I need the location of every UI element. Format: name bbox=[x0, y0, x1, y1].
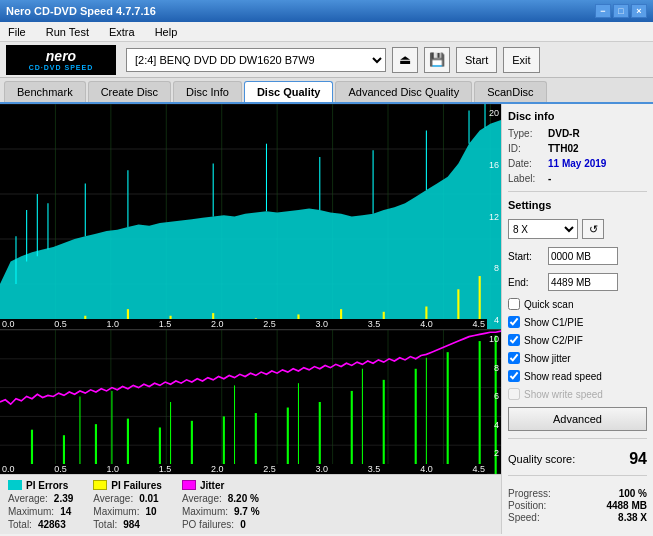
show-jitter-row: Show jitter bbox=[508, 352, 647, 364]
tab-bar: Benchmark Create Disc Disc Info Disc Qua… bbox=[0, 78, 653, 104]
minimize-button[interactable]: − bbox=[595, 4, 611, 18]
jitter-color bbox=[182, 480, 196, 490]
disc-id-row: ID: TTH02 bbox=[508, 143, 647, 154]
x-label-3.5: 3.5 bbox=[368, 319, 381, 329]
x2-label-1.0: 1.0 bbox=[107, 464, 120, 474]
x2-label-3.0: 3.0 bbox=[316, 464, 329, 474]
pi-failures-max-row: Maximum: 10 bbox=[93, 506, 162, 517]
maximize-button[interactable]: □ bbox=[613, 4, 629, 18]
bottom-chart-svg bbox=[0, 330, 501, 474]
menu-file[interactable]: File bbox=[4, 24, 30, 40]
x-label-0.5: 0.5 bbox=[54, 319, 67, 329]
x2-label-0.0: 0.0 bbox=[2, 464, 15, 474]
start-label: Start: bbox=[508, 251, 544, 262]
pi-failures-color bbox=[93, 480, 107, 490]
quality-score-value: 94 bbox=[629, 450, 647, 468]
pi-errors-avg-row: Average: 2.39 bbox=[8, 493, 73, 504]
window-controls: − □ × bbox=[595, 4, 647, 18]
x2-label-4.5: 4.5 bbox=[472, 464, 485, 474]
jitter-po-row: PO failures: 0 bbox=[182, 519, 260, 530]
quality-score-label: Quality score: bbox=[508, 453, 575, 465]
pi-errors-max-row: Maximum: 14 bbox=[8, 506, 73, 517]
y2-label-6: 6 bbox=[489, 391, 499, 401]
x2-label-2.5: 2.5 bbox=[263, 464, 276, 474]
legend-bar: PI Errors Average: 2.39 Maximum: 14 Tota… bbox=[0, 474, 501, 534]
tab-create-disc[interactable]: Create Disc bbox=[88, 81, 171, 102]
start-button[interactable]: Start bbox=[456, 47, 497, 73]
pi-failures-legend: PI Failures Average: 0.01 Maximum: 10 To… bbox=[93, 480, 162, 530]
y2-label-4: 4 bbox=[489, 420, 499, 430]
y2-label-10: 10 bbox=[489, 334, 499, 344]
x-label-4.0: 4.0 bbox=[420, 319, 433, 329]
x2-label-2.0: 2.0 bbox=[211, 464, 224, 474]
quality-score-row: Quality score: 94 bbox=[508, 450, 647, 468]
exit-button[interactable]: Exit bbox=[503, 47, 539, 73]
refresh-icon-btn[interactable]: ↺ bbox=[582, 219, 604, 239]
x-label-3.0: 3.0 bbox=[316, 319, 329, 329]
end-label: End: bbox=[508, 277, 544, 288]
show-write-speed-row: Show write speed bbox=[508, 388, 647, 400]
save-icon-btn[interactable]: 💾 bbox=[424, 47, 450, 73]
y-label-16: 16 bbox=[489, 160, 499, 170]
toolbar: nero CD·DVD SPEED [2:4] BENQ DVD DD DW16… bbox=[0, 42, 653, 78]
show-c1pie-row: Show C1/PIE bbox=[508, 316, 647, 328]
pi-errors-chart: 20 16 12 8 4 bbox=[0, 104, 501, 329]
divider-2 bbox=[508, 438, 647, 439]
eject-icon-btn[interactable]: ⏏ bbox=[392, 47, 418, 73]
x-label-1.0: 1.0 bbox=[107, 319, 120, 329]
x-label-2.5: 2.5 bbox=[263, 319, 276, 329]
tab-disc-quality[interactable]: Disc Quality bbox=[244, 81, 334, 102]
speed-setting-row: 8 X ↺ bbox=[508, 219, 647, 239]
start-input[interactable] bbox=[548, 247, 618, 265]
show-c2pif-checkbox[interactable] bbox=[508, 334, 520, 346]
show-read-speed-checkbox[interactable] bbox=[508, 370, 520, 382]
position-row: Position: 4488 MB bbox=[508, 500, 647, 511]
app-title: Nero CD-DVD Speed 4.7.7.16 bbox=[6, 5, 156, 17]
pi-errors-legend: PI Errors Average: 2.39 Maximum: 14 Tota… bbox=[8, 480, 73, 530]
pi-failures-title: PI Failures bbox=[93, 480, 162, 491]
show-write-speed-checkbox bbox=[508, 388, 520, 400]
y2-label-2: 2 bbox=[489, 448, 499, 458]
nero-logo: nero CD·DVD SPEED bbox=[6, 45, 116, 75]
title-bar: Nero CD-DVD Speed 4.7.7.16 − □ × bbox=[0, 0, 653, 22]
x-label-4.5: 4.5 bbox=[472, 319, 485, 329]
jitter-max-row: Maximum: 9.7 % bbox=[182, 506, 260, 517]
progress-row: Progress: 100 % bbox=[508, 488, 647, 499]
x2-label-4.0: 4.0 bbox=[420, 464, 433, 474]
show-read-speed-row: Show read speed bbox=[508, 370, 647, 382]
menu-extra[interactable]: Extra bbox=[105, 24, 139, 40]
tab-scan-disc[interactable]: ScanDisc bbox=[474, 81, 546, 102]
show-jitter-checkbox[interactable] bbox=[508, 352, 520, 364]
y2-label-8: 8 bbox=[489, 363, 499, 373]
nero-logo-text: nero bbox=[46, 48, 76, 64]
x-label-2.0: 2.0 bbox=[211, 319, 224, 329]
menu-run-test[interactable]: Run Test bbox=[42, 24, 93, 40]
close-button[interactable]: × bbox=[631, 4, 647, 18]
y-label-12: 12 bbox=[489, 212, 499, 222]
disc-label-row: Label: - bbox=[508, 173, 647, 184]
jitter-legend: Jitter Average: 8.20 % Maximum: 9.7 % PO… bbox=[182, 480, 260, 530]
quick-scan-checkbox[interactable] bbox=[508, 298, 520, 310]
advanced-button[interactable]: Advanced bbox=[508, 407, 647, 431]
top-chart-svg bbox=[0, 104, 501, 329]
divider-3 bbox=[508, 475, 647, 476]
jitter-chart: 10 8 6 4 2 bbox=[0, 329, 501, 474]
show-c2pif-row: Show C2/PIF bbox=[508, 334, 647, 346]
x-label-1.5: 1.5 bbox=[159, 319, 172, 329]
disc-date-row: Date: 11 May 2019 bbox=[508, 158, 647, 169]
drive-select[interactable]: [2:4] BENQ DVD DD DW1620 B7W9 bbox=[126, 48, 386, 72]
tab-advanced-disc-quality[interactable]: Advanced Disc Quality bbox=[335, 81, 472, 102]
x2-label-1.5: 1.5 bbox=[159, 464, 172, 474]
tab-disc-info[interactable]: Disc Info bbox=[173, 81, 242, 102]
tab-benchmark[interactable]: Benchmark bbox=[4, 81, 86, 102]
x2-label-0.5: 0.5 bbox=[54, 464, 67, 474]
end-mb-row: End: bbox=[508, 273, 647, 291]
x-label-0.0: 0.0 bbox=[2, 319, 15, 329]
y-label-8: 8 bbox=[489, 263, 499, 273]
menu-help[interactable]: Help bbox=[151, 24, 182, 40]
speed-select[interactable]: 8 X bbox=[508, 219, 578, 239]
y-label-20: 20 bbox=[489, 108, 499, 118]
show-c1pie-checkbox[interactable] bbox=[508, 316, 520, 328]
end-input[interactable] bbox=[548, 273, 618, 291]
disc-info-title: Disc info bbox=[508, 110, 647, 122]
